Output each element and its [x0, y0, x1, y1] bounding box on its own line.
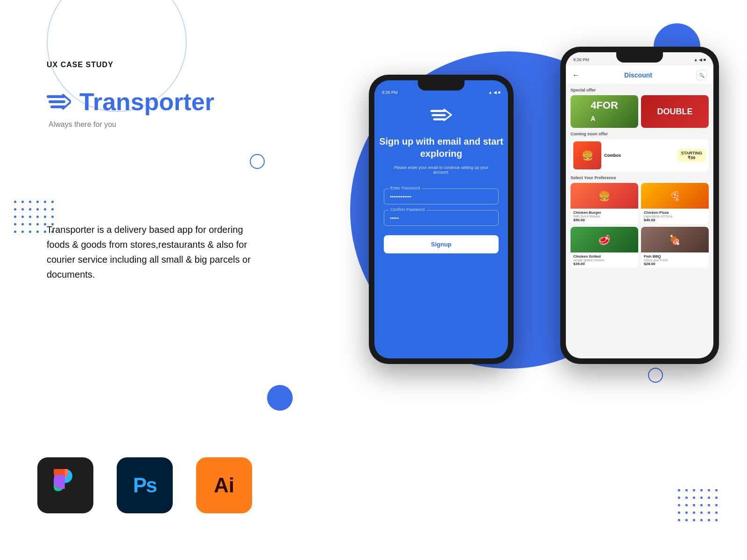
signup-screen: 9:26 PM ▲ ◀ ■ Sign up with email and sta…	[374, 80, 508, 358]
signup-logo	[430, 107, 453, 126]
status-icons-right: ▲ ◀ ■	[694, 57, 706, 62]
left-content: UX CASE STUDY Transporter Always there f…	[47, 61, 266, 282]
bbq-name: Fish BBQ	[644, 254, 706, 259]
burger-name: Chicken Burger	[573, 210, 635, 215]
pizza-name: Chicken Pizza	[644, 210, 706, 215]
signup-subtitle: Please enter your email to continue sett…	[374, 165, 508, 175]
brand-icon	[47, 92, 71, 111]
svg-rect-0	[47, 95, 65, 98]
burger-sub: With Extra Masala	[573, 215, 635, 218]
burger-price: $50.00	[573, 218, 635, 222]
discount-body: Special offer 4FORA DOUBLE Coming soon o…	[566, 84, 713, 358]
signup-button[interactable]: Signup	[384, 235, 499, 253]
coming-soon-img: 🍔	[573, 141, 601, 169]
discount-header: ← Discount 🔍	[566, 65, 713, 84]
grilled-name: Chicken Grilled	[573, 254, 635, 259]
ps-label: Ps	[133, 474, 156, 497]
brand-name: Transporter	[79, 88, 214, 116]
svg-rect-4	[431, 114, 446, 116]
deco-circle-blue-mid	[267, 385, 293, 411]
confirm-value: •••••	[390, 215, 399, 221]
grilled-price: $35.00	[573, 262, 635, 266]
food-item-bbq[interactable]: 🍖 Fish BBQ Citrus and Fresh $28.00	[641, 227, 709, 268]
food-item-pizza[interactable]: 🍕 Chicken Pizza Ingredients of Pizza $40…	[641, 183, 709, 224]
status-time-right: 9:26 PM	[573, 57, 589, 62]
brand-row: Transporter	[47, 88, 266, 116]
special-offer-cards: 4FORA DOUBLE	[571, 95, 709, 128]
phones-container: 9:26 PM ▲ ◀ ■ Sign up with email and sta…	[369, 47, 719, 373]
pizza-sub: Ingredients of Pizza	[644, 215, 706, 218]
back-icon[interactable]: ←	[572, 71, 580, 79]
discount-title: Discount	[580, 71, 697, 79]
signup-title: Sign up with email and start exploring	[374, 135, 508, 160]
special-offer-label: Special offer	[571, 88, 709, 92]
ux-label: UX CASE STUDY	[47, 61, 266, 69]
figma-tool	[37, 457, 93, 513]
food-item-burger[interactable]: 🍔 Chicken Burger With Extra Masala $50.0…	[571, 183, 638, 224]
status-icons-left: ▲ ◀ ■	[488, 90, 500, 95]
photoshop-tool: Ps	[117, 457, 173, 513]
dot-grid-right	[678, 489, 719, 523]
brand-tagline: Always there for you	[49, 120, 266, 129]
special-offer-card-1: 4FORA	[571, 95, 638, 128]
password-label: Enter Password	[388, 186, 422, 190]
food-item-grilled[interactable]: 🥩 Chicken Grilled simple grilled chicken…	[571, 227, 638, 268]
bbq-sub: Citrus and Fresh	[644, 259, 706, 262]
food-grid: 🍔 Chicken Burger With Extra Masala $50.0…	[571, 183, 709, 268]
grilled-img: 🥩	[571, 227, 638, 252]
confirm-password-field[interactable]: Confirm Password •••••	[384, 210, 499, 226]
coming-soon-text: Combos	[604, 153, 675, 158]
tools-row: Ps Ai	[37, 457, 252, 513]
phone-signup: 9:26 PM ▲ ◀ ■ Sign up with email and sta…	[369, 75, 514, 364]
discount-screen: 9:26 PM ▲ ◀ ■ ← Discount 🔍 Special offer	[566, 52, 713, 358]
phone-discount: 9:26 PM ▲ ◀ ■ ← Discount 🔍 Special offer	[560, 47, 719, 364]
special-offer-card-2: DOUBLE	[641, 95, 709, 128]
coming-soon-price: STARTING₹99	[677, 149, 706, 162]
illustrator-tool: Ai	[196, 457, 252, 513]
coming-soon-card: 🍔 Combos STARTING₹99	[571, 139, 709, 172]
brand-description: Transporter is a delivery based app for …	[47, 222, 266, 282]
password-input[interactable]: ••••••••••••	[384, 189, 499, 204]
phone-notch-left	[418, 80, 465, 91]
search-icon[interactable]: 🔍	[697, 70, 707, 80]
pizza-price: $40.00	[644, 218, 706, 222]
password-value: ••••••••••••	[390, 194, 411, 199]
ai-label: Ai	[214, 474, 234, 497]
password-field[interactable]: Enter Password ••••••••••••	[384, 189, 499, 204]
grilled-sub: simple grilled chicken	[573, 259, 635, 262]
confirm-label: Confirm Password	[388, 207, 427, 212]
pizza-img: 🍕	[641, 183, 709, 209]
bbq-img: 🍖	[641, 227, 709, 252]
status-time-left: 9:26 PM	[382, 90, 398, 95]
phone-notch-right	[616, 52, 663, 63]
preference-label: Select Your Preference	[571, 175, 709, 180]
burger-img: 🍔	[571, 183, 638, 209]
bbq-price: $28.00	[644, 262, 706, 266]
svg-rect-1	[49, 100, 65, 103]
coming-soon-label: Coming soon offer	[571, 132, 709, 136]
svg-rect-3	[430, 110, 446, 112]
figma-icon	[49, 469, 82, 502]
confirm-input[interactable]: •••••	[384, 210, 499, 226]
